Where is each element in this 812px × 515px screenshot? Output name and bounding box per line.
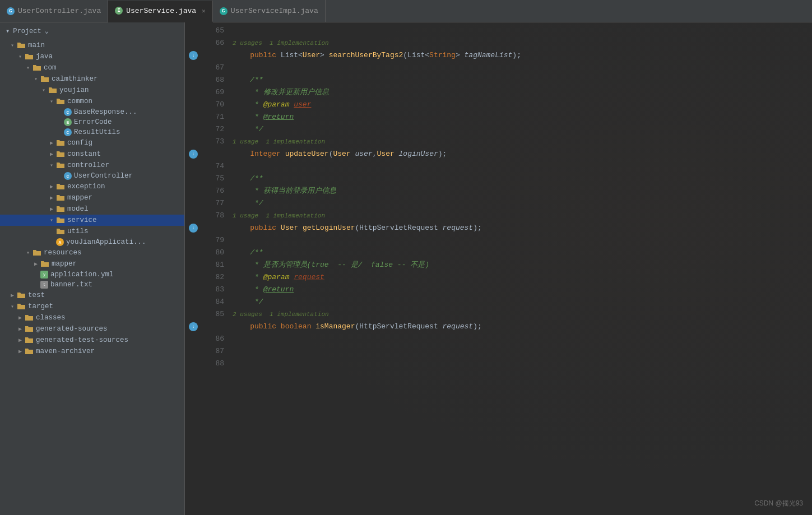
line-number: 75 [202, 173, 224, 185]
gutter-line [185, 358, 202, 370]
gutter-line [185, 284, 202, 296]
editor-area: ↓↓↓↓ 65666768697071727374757677787980818… [185, 22, 812, 515]
folder-arrow: ▾ [16, 53, 25, 60]
folder-arrow: ▶ [47, 194, 56, 201]
tab-bar: C UserController.java I UserService.java… [0, 0, 812, 22]
tree-item-label: classes [36, 314, 66, 322]
line-number: 82 [202, 271, 224, 284]
tree-item-label: constant [67, 150, 101, 158]
folder-arrow: ▾ [39, 87, 48, 94]
gutter-impl-icon[interactable]: ↓ [189, 224, 198, 233]
tree-item-label: service [67, 216, 97, 224]
tree-item[interactable]: CResultUtils [0, 127, 184, 137]
tab-label-impl: UserServiceImpl.java [231, 7, 318, 15]
tree-item-label: calmthinker [52, 75, 98, 83]
folder-icon [17, 302, 26, 311]
line-number: 69 [202, 86, 224, 99]
folder-icon [17, 41, 26, 50]
tree-item[interactable]: ▶ maven-archiver [0, 346, 184, 357]
tree-item[interactable]: ▾ main [0, 40, 184, 51]
gutter-impl-icon[interactable]: ↓ [189, 150, 198, 159]
tab-impl[interactable]: C UserServiceImpl.java [213, 0, 326, 22]
tree-item-label: banner.txt [50, 281, 92, 289]
tree-item[interactable]: yapplication.yml [0, 270, 184, 280]
tree-item[interactable]: CBaseResponse... [0, 107, 184, 117]
tab-controller[interactable]: C UserController.java [0, 0, 108, 22]
folder-arrow: ▶ [47, 206, 56, 212]
folder-arrow: ▾ [47, 162, 56, 169]
tree-item[interactable]: ▶ constant [0, 149, 184, 160]
tree-item[interactable]: ▾ resources [0, 247, 184, 258]
tree-item[interactable]: ▾ service [0, 215, 184, 226]
gutter-impl-icon[interactable]: ↓ [189, 322, 198, 331]
tree-item[interactable]: ▶ exception [0, 181, 184, 192]
folder-arrow: ▶ [16, 337, 25, 344]
tree-item-label: target [28, 303, 53, 310]
file-dot-icon: C [64, 108, 72, 116]
code-line [233, 345, 801, 358]
tree-item[interactable]: CUserController [0, 171, 184, 181]
tree-item[interactable]: ▶ classes [0, 312, 184, 323]
tree-item[interactable]: ▶ mapper [0, 192, 184, 203]
tree-item[interactable]: AyouJianApplicati... [0, 237, 184, 247]
tree-item[interactable]: tbanner.txt [0, 280, 184, 290]
folder-arrow: ▶ [47, 183, 56, 190]
gutter-line: ↓ [185, 222, 202, 234]
tree-item[interactable]: ▶ generated-test-sources [0, 335, 184, 346]
tree-item[interactable]: ▶ test [0, 290, 184, 301]
tree-item[interactable]: ▶ mapper [0, 258, 184, 270]
tab-service[interactable]: I UserService.java ✕ [108, 1, 212, 22]
sidebar: ▾ Project ⌄ ▾ main▾ java▾ com▾ calmthink… [0, 22, 185, 515]
file-dot-icon: E [64, 118, 72, 126]
tree-item[interactable]: ▾ controller [0, 160, 184, 171]
tree-item-label: generated-sources [36, 325, 108, 333]
tree-item[interactable]: ▾ youjian [0, 85, 184, 96]
tree-item[interactable]: EErrorCode [0, 117, 184, 127]
line-number: 73 [202, 136, 224, 148]
gutter-line [185, 25, 202, 37]
tree-item-label: config [67, 139, 92, 147]
folder-arrow: ▾ [47, 217, 56, 224]
code-line: * 修改并更新用户信息 [233, 86, 801, 99]
folder-icon [25, 313, 34, 322]
tree-item[interactable]: ▶ model [0, 203, 184, 215]
folder-icon [56, 138, 65, 147]
line-number: 88 [202, 358, 224, 370]
folder-arrow: ▶ [16, 314, 25, 321]
code-editor[interactable]: 2 usages 1 implementation public List<Us… [233, 22, 812, 515]
code-container[interactable]: ↓↓↓↓ 65666768697071727374757677787980818… [185, 22, 812, 515]
gutter-line: ↓ [185, 49, 202, 62]
folder-icon [25, 336, 34, 345]
tree-item[interactable]: ▾ com [0, 62, 184, 73]
code-line [233, 333, 801, 345]
tree-item[interactable]: ▾ common [0, 96, 184, 107]
gutter-line [185, 136, 202, 148]
tab-close-service[interactable]: ✕ [202, 7, 206, 15]
tree-item[interactable]: ▾ java [0, 51, 184, 62]
tree-item-label: mapper [52, 260, 77, 268]
project-header[interactable]: ▾ Project ⌄ [0, 22, 184, 40]
folder-arrow: ▶ [31, 261, 40, 267]
tree-item[interactable]: ▾ target [0, 301, 184, 312]
gutter-line [185, 160, 202, 173]
folder-icon [56, 182, 65, 191]
gutter-line [185, 345, 202, 358]
folder-icon [56, 150, 65, 159]
code-line: * @return [233, 111, 801, 123]
folder-icon [25, 324, 34, 333]
line-number [202, 222, 224, 234]
folder-icon [56, 205, 65, 214]
file-icon-yml: y [40, 271, 48, 279]
file-tree: ▾ main▾ java▾ com▾ calmthinker▾ youjian▾… [0, 40, 184, 357]
gutter-line [185, 197, 202, 210]
line-number: 65 [202, 25, 224, 37]
tree-item[interactable]: ▶ config [0, 137, 184, 149]
line-number: 80 [202, 247, 224, 259]
tab-icon-impl: C [220, 7, 228, 15]
folder-arrow: ▾ [31, 76, 40, 82]
tree-item[interactable]: ▶ generated-sources [0, 323, 184, 335]
tree-item[interactable]: utils [0, 226, 184, 237]
gutter-impl-icon[interactable]: ↓ [189, 51, 198, 60]
folder-icon [33, 248, 41, 257]
tree-item[interactable]: ▾ calmthinker [0, 73, 184, 85]
